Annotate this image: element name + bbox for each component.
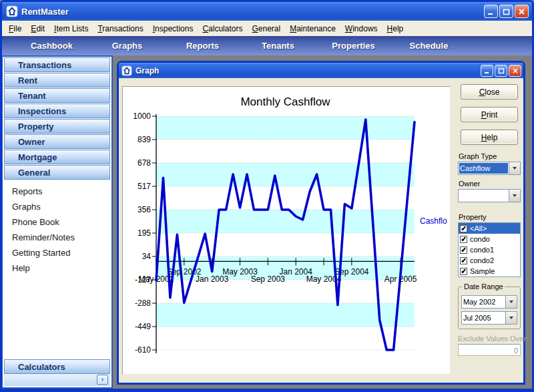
checkbox-icon[interactable] [460,257,467,264]
print-button[interactable]: Print [461,107,518,122]
svg-text:195: 195 [138,228,151,238]
menu-item[interactable]: Edit [26,22,49,35]
property-list-item[interactable]: <All> [459,223,520,234]
rentmaster-logo-icon [121,65,132,76]
graph-window-title: Graph [136,66,481,75]
graph-type-label: Graph Type [459,152,521,160]
date-from-select[interactable]: May 2002 [461,295,517,309]
property-list-item[interactable]: condo [459,234,520,244]
sidebar-section-button[interactable]: Owner [4,134,110,149]
main-window: RentMaster FileEditItem ListsTransaction… [0,0,534,392]
property-item-label: <All> [470,224,487,232]
sidebar-spacer [3,276,111,359]
menu-item[interactable]: Maintenance [285,22,340,35]
nav-toolbar: CashbookGraphsReportsTenantsPropertiesSc… [2,36,532,55]
property-list-item[interactable]: condo1 [459,244,520,255]
sidebar-section-button[interactable]: Rent [4,73,110,87]
svg-text:Monthly Cashflow: Monthly Cashflow [240,95,330,108]
chevron-down-icon[interactable] [505,296,517,308]
menu-item[interactable]: File [4,22,26,35]
sidebar-link[interactable]: Graphs [3,199,111,214]
graph-controls: Close Print Help Graph Type Cashflow Own… [458,84,521,356]
chart-panel: 100083967851735619534-127-288-449-610May… [122,86,451,375]
property-item-label: condo2 [470,256,494,264]
sidebar-link[interactable]: Help [3,260,111,276]
graph-window-titlebar[interactable]: Graph [119,63,523,78]
maximize-icon[interactable] [495,65,507,77]
sidebar-expand-button[interactable]: › [97,375,108,385]
chevron-down-icon[interactable] [509,190,520,202]
sidebar-links: ReportsGraphsPhone BookReminder/NotesGet… [3,180,111,276]
sidebar-link[interactable]: Reports [3,184,111,199]
close-icon[interactable] [509,65,521,77]
minimize-icon[interactable] [484,5,498,18]
sidebar-section-button-calculators[interactable]: Calculators [4,359,110,374]
exclude-values-input[interactable]: 0 [458,344,521,356]
property-list-item[interactable]: condo2 [459,255,520,266]
menu-item[interactable]: Transactions [93,22,148,35]
nav-toolbar-item[interactable]: Cashbook [14,41,89,51]
property-item-label: Sample [470,267,495,275]
sidebar-section-button[interactable]: Tenant [4,88,110,103]
svg-text:Cashflo: Cashflo [420,216,447,226]
date-from-value: May 2002 [462,296,505,308]
close-icon[interactable] [515,5,529,18]
nav-toolbar-item[interactable]: Schedule [391,41,467,51]
svg-text:678: 678 [138,158,151,168]
sidebar-bottom-strip: › [4,374,110,386]
sidebar-section-button[interactable]: Inspections [4,104,110,118]
help-button[interactable]: Help [461,130,518,145]
chevron-down-icon[interactable] [509,162,520,174]
checkbox-icon[interactable] [460,268,467,275]
owner-select[interactable] [458,189,521,202]
menu-item[interactable]: Item Lists [49,22,93,35]
menu-item[interactable]: Calculators [198,22,247,35]
sidebar-link[interactable]: Getting Started [3,245,111,260]
property-list-item[interactable]: Sample [459,266,520,276]
property-list: <All> condo condo1 [458,222,521,277]
main-titlebar: RentMaster [2,2,532,21]
menu-item[interactable]: Windows [340,22,382,35]
menu-bar: FileEditItem ListsTransactionsInspection… [2,21,532,36]
date-to-select[interactable]: Jul 2005 [461,311,517,325]
date-to-value: Jul 2005 [462,312,505,324]
date-range-label: Date Range [463,282,505,290]
property-item-label: condo1 [470,246,494,254]
sidebar-link[interactable]: Phone Book [3,214,111,230]
svg-text:-610: -610 [135,345,151,355]
graph-window: Graph 100083967851735619534-127-288-449-… [117,61,525,385]
property-label: Property [459,213,521,221]
nav-toolbar-item[interactable]: Properties [316,41,391,51]
graph-type-select[interactable]: Cashflow [458,162,521,175]
sidebar-section-button[interactable]: General [4,165,110,180]
graph-window-client: 100083967851735619534-127-288-449-610May… [119,78,523,383]
nav-toolbar-item[interactable]: Graphs [89,41,165,51]
sidebar-link[interactable]: Reminder/Notes [3,230,111,245]
owner-value [459,190,509,202]
sidebar-section-button[interactable]: Transactions [4,57,110,72]
sidebar-section-button[interactable]: Property [4,119,110,134]
svg-text:356: 356 [138,205,151,214]
nav-toolbar-item[interactable]: Reports [165,41,240,51]
svg-text:1000: 1000 [133,112,151,121]
maximize-icon[interactable] [499,5,513,18]
menu-item[interactable]: Help [382,22,409,35]
svg-text:34: 34 [142,252,152,261]
svg-text:517: 517 [138,182,151,191]
nav-toolbar-item[interactable]: Tenants [240,41,316,51]
svg-text:-449: -449 [135,322,151,331]
menu-item[interactable]: Inspections [148,22,198,35]
checkbox-icon[interactable] [460,236,467,243]
menu-item[interactable]: General [247,22,285,35]
sidebar-section-button[interactable]: Mortgage [4,150,110,164]
checkbox-icon[interactable] [460,225,467,232]
close-button[interactable]: Close [461,84,518,100]
svg-text:839: 839 [138,135,151,144]
graph-type-value: Cashflow [459,163,508,174]
minimize-icon[interactable] [481,65,493,77]
app-title: RentMaster [21,7,484,17]
date-range-group: Date Range May 2002 Jul 2005 [458,282,521,329]
rentmaster-logo-icon [6,5,18,17]
chevron-down-icon[interactable] [505,312,517,324]
checkbox-icon[interactable] [460,246,467,254]
